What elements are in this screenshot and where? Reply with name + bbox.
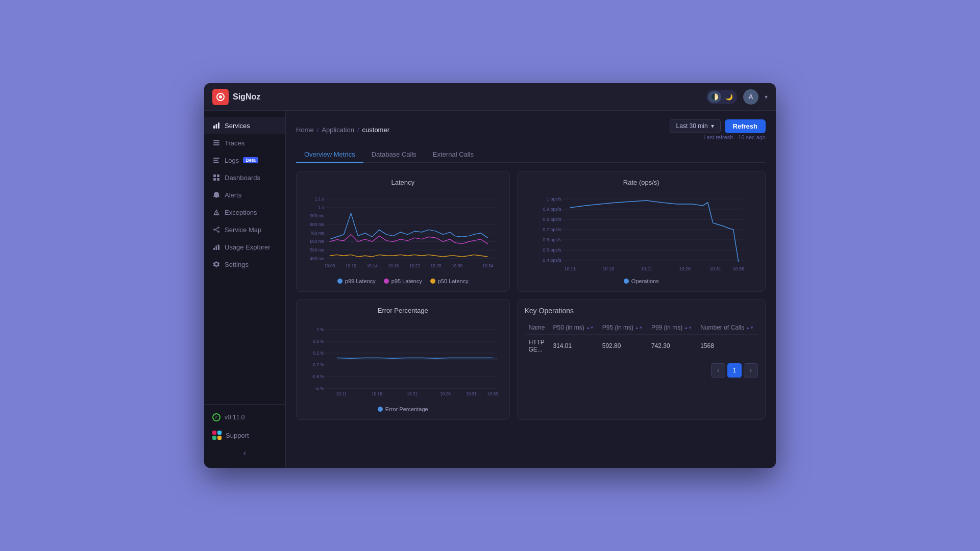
svg-line-18 [215,228,217,230]
key-operations-title: Key Operations [525,307,758,315]
svg-rect-20 [213,248,215,250]
sidebar-bottom: ✓ v0.11.0 Support ‹ [204,404,285,462]
col-calls[interactable]: Number of Calls▲▼ [696,321,758,335]
svg-text:10:30: 10:30 [452,263,462,268]
rate-svg: 1 ops/s 0.9 ops/s 0.8 ops/s 0.7 ops/s 0.… [525,191,758,273]
version-label: v0.11.0 [225,414,244,421]
theme-toggle[interactable]: 🌓 🌙 [706,90,737,104]
collapse-icon: ‹ [243,448,246,458]
header-left: SigNoz [212,89,260,105]
svg-text:-0.2 %: -0.2 % [312,362,325,367]
legend-p95-label: p95 Latency [391,278,422,284]
legend-error-pct: Error Percentage [378,406,428,412]
sidebar-item-support[interactable]: Support [204,426,285,444]
rate-legend: Operations [525,278,758,284]
col-p99[interactable]: P99 (in ms)▲▼ [647,321,696,335]
legend-p99-label: p99 Latency [345,278,376,284]
svg-rect-5 [213,140,219,141]
avatar-chevron-icon[interactable]: ▾ [765,93,768,101]
avatar[interactable]: A [743,89,758,105]
svg-rect-21 [216,246,217,250]
charts-grid: Latency 1.1 [296,171,766,420]
svg-text:0.9 ops/s: 0.9 ops/s [543,207,561,212]
prev-page-button[interactable]: ‹ [711,363,725,378]
refresh-button[interactable]: Refresh [725,119,766,133]
bell-icon [212,191,220,199]
breadcrumb-bar: Home / Application / customer Last 30 mi… [296,119,766,140]
sidebar-service-map-label: Service Map [225,226,261,234]
sidebar-item-usage-explorer[interactable]: Usage Explorer [204,238,285,256]
warning-icon [212,208,220,216]
svg-text:0.4 ops/s: 0.4 ops/s [543,258,561,263]
op-p99-cell: 742.30 [647,335,696,358]
time-selector-label: Last 30 min [676,122,708,130]
tab-overview-metrics[interactable]: Overview Metrics [296,146,363,162]
legend-p50: p50 Latency [430,278,469,284]
svg-rect-7 [213,144,219,145]
sidebar-item-logs[interactable]: Logs Beta [204,152,285,169]
svg-point-17 [217,231,219,233]
legend-p50-dot [430,279,435,284]
breadcrumb-home[interactable]: Home [296,126,314,134]
sidebar-item-service-map[interactable]: Service Map [204,221,285,238]
col-p95[interactable]: P95 (in ms)▲▼ [598,321,647,335]
col-p50[interactable]: P50 (in ms)▲▼ [549,321,598,335]
dark-theme-btn[interactable]: 🌙 [722,91,736,103]
content-area: Home / Application / customer Last 30 mi… [286,111,776,468]
gear-icon [212,260,220,268]
sidebar-item-exceptions[interactable]: Exceptions [204,204,285,221]
legend-operations-label: Operations [631,278,659,284]
svg-text:10:26: 10:26 [431,263,442,268]
sidebar-logs-label: Logs [225,157,239,164]
svg-text:800 ms: 800 ms [310,222,324,227]
svg-text:10:26: 10:26 [440,391,451,396]
svg-text:1 %: 1 % [316,327,324,332]
svg-text:10:36: 10:36 [487,391,498,396]
bar-chart-icon [212,121,220,130]
sidebar-item-alerts[interactable]: Alerts [204,186,285,204]
svg-text:0.6 %: 0.6 % [313,339,325,344]
legend-p99: p99 Latency [337,278,376,284]
rate-chart-title: Rate (ops/s) [525,179,758,186]
tab-database-calls[interactable]: Database Calls [363,146,425,162]
sidebar-item-settings[interactable]: Settings [204,256,285,273]
time-selector[interactable]: Last 30 min ▾ [670,119,721,133]
legend-operations-dot [624,279,629,284]
support-label: Support [226,432,249,439]
svg-line-19 [215,230,217,232]
svg-text:1.1 s: 1.1 s [315,196,324,202]
svg-text:0.2 %: 0.2 % [313,350,325,356]
p50-sort-icon: ▲▼ [586,325,594,330]
next-page-button[interactable]: › [744,363,758,378]
sidebar-item-dashboards[interactable]: Dashboards [204,169,285,186]
svg-rect-10 [213,162,219,163]
error-chart-area: 1 % 0.6 % 0.2 % -0.2 % -0.6 % -1 % 10:11… [304,319,502,401]
operations-table-head: Name P50 (in ms)▲▼ P95 (in ms)▲▼ P99 (in… [525,321,758,335]
light-theme-btn[interactable]: 🌓 [708,91,721,103]
usage-chart-icon [212,243,220,251]
svg-text:10:21: 10:21 [407,391,418,396]
sidebar-item-traces[interactable]: Traces [204,134,285,152]
breadcrumb: Home / Application / customer [296,126,389,134]
svg-point-15 [213,229,215,231]
legend-p95: p95 Latency [384,278,422,284]
page-1-button[interactable]: 1 [727,363,742,378]
breadcrumb-application[interactable]: Application [322,126,354,134]
svg-point-1 [219,95,222,98]
latency-chart-area: 1.1 s 1 s 900 ms 800 ms 700 ms 600 ms 50… [304,191,502,273]
rate-chart-area: 1 ops/s 0.9 ops/s 0.8 ops/s 0.7 ops/s 0.… [525,191,758,273]
time-selector-chevron-icon: ▾ [711,122,714,130]
sidebar-item-services[interactable]: Services [204,117,285,134]
operations-table-body: HTTP GE... 314.01 592.80 742.30 1568 [525,335,758,358]
svg-text:10:11: 10:11 [564,266,576,271]
tab-external-calls[interactable]: External Calls [425,146,482,162]
operations-table-header-row: Name P50 (in ms)▲▼ P95 (in ms)▲▼ P99 (in… [525,321,758,335]
svg-text:1 s: 1 s [318,205,324,210]
svg-text:600 ms: 600 ms [310,239,324,244]
collapse-sidebar-button[interactable]: ‹ [204,444,285,462]
svg-rect-3 [216,124,217,129]
op-name-cell[interactable]: HTTP GE... [525,335,549,358]
svg-rect-6 [213,142,219,143]
svg-rect-14 [217,178,219,181]
svg-text:0.8 ops/s: 0.8 ops/s [543,217,561,222]
